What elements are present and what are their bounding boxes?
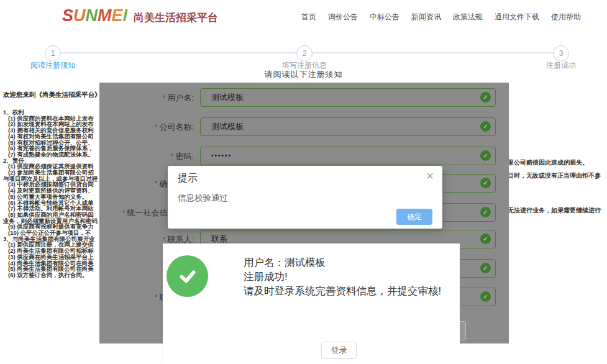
notice-section-title: 请阅读以下注册须知: [0, 69, 607, 80]
step-3-circle: 3: [553, 45, 569, 61]
valid-check-icon: ✓: [480, 178, 491, 188]
field-value: 测试模板: [201, 118, 495, 135]
logo-letter-E: E: [112, 6, 123, 25]
field-label-text: 密码:: [175, 152, 194, 161]
field-value: ••••••: [201, 147, 495, 165]
step-2-number: 2: [303, 49, 307, 58]
registration-page: SUNMEI 尚美生活招采平台 首页询价公告中标公告新闻资讯政策法规通用文件下载…: [0, 0, 607, 364]
logo-letter-M: M: [98, 6, 112, 25]
notice-text-block: 欢迎您来到《尚美生活招采平台》， 1、权利(1) 供应商的资料在本网站上发布(2…: [3, 91, 107, 278]
field-row-0: *用户名:测试模板✓: [99, 88, 509, 107]
sunmei-logo-icon: SUNMEI: [62, 7, 127, 24]
top-nav: 首页询价公告中标公告新闻资讯政策法规通用文件下载使用帮助: [301, 12, 581, 22]
valid-check-icon: ✓: [480, 121, 491, 132]
close-icon[interactable]: ×: [426, 170, 434, 182]
required-asterisk: *: [155, 180, 158, 188]
text-input[interactable]: 测试模板: [200, 117, 496, 136]
modal-message: 信息校验通过: [178, 193, 228, 204]
success-text-lines: 用户名：测试模板注册成功!请及时登录系统完善资料信息，并提交审核!: [244, 255, 441, 298]
field-label-text: 用户名:: [167, 93, 194, 102]
success-line-0: 用户名：测试模板: [244, 255, 441, 270]
text-input[interactable]: 测试模板: [200, 88, 496, 107]
valid-check-icon: ✓: [480, 234, 491, 244]
nav-item-3[interactable]: 新闻资讯: [411, 12, 441, 22]
success-check-icon: [167, 255, 208, 297]
required-asterisk: *: [155, 123, 158, 132]
field-label: *用户名:: [99, 93, 194, 104]
field-value: 测试模板: [201, 89, 495, 106]
logo-letter-U: U: [73, 6, 86, 25]
nav-item-1[interactable]: 询价公告: [328, 12, 358, 22]
success-line-2: 请及时登录系统完善资料信息，并提交审核!: [244, 284, 441, 298]
nav-item-2[interactable]: 中标公告: [370, 12, 399, 22]
nav-item-6[interactable]: 使用帮助: [551, 12, 581, 22]
stepper-line-2: [313, 52, 553, 53]
logo-letter-N: N: [86, 6, 98, 25]
valid-check-icon: ✓: [480, 291, 491, 302]
field-label-text: 公司名称:: [159, 122, 194, 132]
success-line-1: 注册成功!: [244, 270, 441, 284]
valid-check-icon: ✓: [480, 150, 491, 161]
notice-lines: 1、权利(1) 供应商的资料在本网站上发布(2) 如发现资料在本网站上的发布(3…: [3, 109, 107, 278]
notice-fragment-1: 目时，无故或没有正当理由拒不参: [508, 171, 601, 180]
field-label: *公司名称:: [99, 122, 194, 133]
field-label-text: 联系人:: [167, 235, 194, 244]
nav-item-0[interactable]: 首页: [301, 12, 316, 22]
logo-letter-S: S: [62, 6, 73, 25]
nav-item-4[interactable]: 政策法规: [453, 12, 483, 22]
required-asterisk: *: [163, 235, 166, 244]
brand-title: 尚美生活招采平台: [134, 11, 218, 25]
step-2-circle: 2: [296, 45, 313, 61]
confirm-button[interactable]: 确定: [396, 209, 432, 225]
stepper-line-1: [61, 52, 296, 53]
required-asterisk: *: [155, 293, 158, 302]
field-row-2: *密码:••••••✓: [99, 147, 509, 165]
nav-item-5[interactable]: 通用文件下载: [495, 12, 539, 22]
notice-fragment-2: 无法进行业务，如果需要继续进行: [508, 206, 601, 215]
step-3-number: 3: [559, 49, 564, 58]
modal-title: 提示: [178, 172, 198, 185]
valid-check-icon: ✓: [480, 263, 491, 273]
notice-welcome-line: 欢迎您来到《尚美生活招采平台》，: [3, 91, 107, 99]
validation-modal: 提示 × 信息校验通过 确定: [168, 166, 442, 229]
required-asterisk: *: [122, 209, 126, 217]
login-button[interactable]: 登录: [321, 342, 357, 359]
notice-fragment-0: 限公司赔偿因此造成的损失。: [508, 158, 588, 167]
success-message-box: 用户名：测试模板注册成功!请及时登录系统完善资料信息，并提交审核!: [163, 243, 460, 364]
logo-letter-I: I: [123, 6, 128, 25]
step-1-circle: 1: [45, 45, 61, 61]
required-asterisk: *: [163, 94, 166, 102]
password-input[interactable]: ••••••: [200, 147, 496, 165]
valid-check-icon: ✓: [480, 207, 491, 217]
logo: SUNMEI 尚美生活招采平台: [62, 7, 218, 25]
field-row-1: *公司名称:测试模板✓: [99, 117, 509, 136]
notice-line: (6) 双方签订合同，执行合同。: [3, 272, 107, 278]
valid-check-icon: ✓: [480, 92, 491, 102]
required-asterisk: *: [171, 152, 174, 161]
field-label: *密码:: [99, 151, 194, 162]
step-1-number: 1: [51, 49, 55, 58]
